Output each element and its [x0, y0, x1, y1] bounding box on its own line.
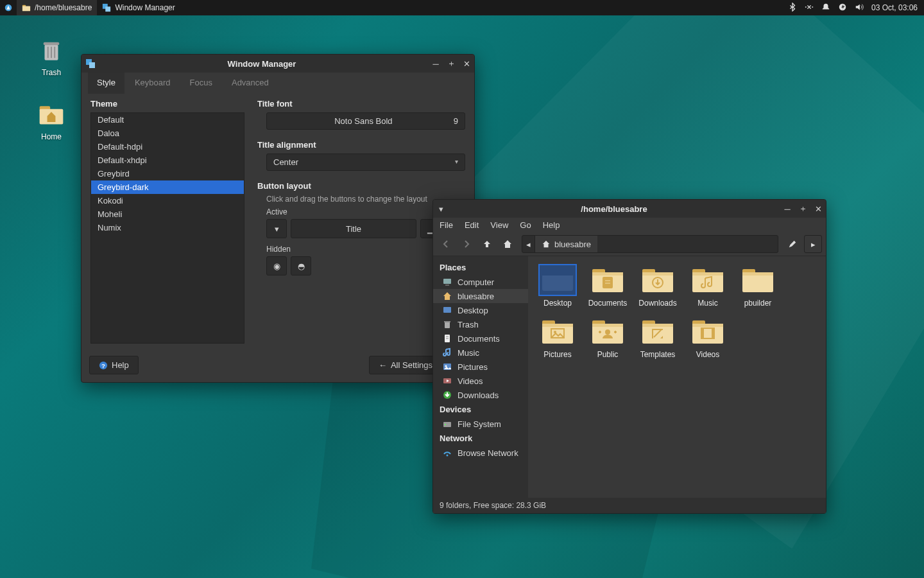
menu-file[interactable]: File — [440, 220, 453, 230]
layout-title-area[interactable]: Title — [291, 219, 416, 238]
network-icon[interactable] — [805, 3, 814, 13]
sidebar-item[interactable]: Trash — [433, 317, 528, 331]
theme-item[interactable]: Default-xhdpi — [91, 153, 244, 167]
sidebar-item[interactable]: Desktop — [433, 303, 528, 317]
theme-item[interactable]: Default — [91, 113, 244, 127]
clock[interactable]: 03 Oct, 03:06 — [871, 3, 918, 12]
forward-button[interactable] — [458, 235, 475, 253]
theme-item[interactable]: Numix — [91, 221, 244, 234]
svg-point-31 — [447, 455, 449, 457]
sidebar-item-label: Music — [458, 348, 479, 358]
titlebar[interactable]: Window Manager ─ ＋ ✕ — [81, 55, 474, 73]
file-item[interactable]: Desktop — [537, 265, 578, 308]
help-button[interactable]: ? Help — [89, 356, 139, 374]
sidebar-item[interactable]: Computer — [433, 275, 528, 289]
window-menu-button[interactable]: ▾ — [433, 201, 449, 216]
bluetooth-icon[interactable] — [788, 3, 797, 13]
taskbar-item-label: Window Manager — [115, 3, 175, 12]
minimize-button[interactable]: ─ — [428, 56, 443, 71]
file-item[interactable]: Videos — [687, 317, 728, 359]
taskbar-item-label: /home/bluesabre — [35, 3, 92, 12]
back-button[interactable] — [437, 235, 455, 253]
file-item[interactable]: Downloads — [637, 265, 678, 308]
svg-rect-18 — [445, 285, 449, 286]
path-back-icon[interactable]: ◂ — [522, 236, 535, 252]
tab-advanced[interactable]: Advanced — [223, 73, 278, 94]
desktop-icon-trash[interactable]: Trash — [26, 35, 77, 77]
theme-item[interactable]: Moheli — [91, 207, 244, 221]
layout-shade-button[interactable]: ◉ — [266, 256, 287, 276]
theme-item[interactable]: Greybird-dark — [91, 180, 244, 194]
system-tray: 03 Oct, 03:06 — [782, 3, 924, 13]
desktop-icon-label: Trash — [26, 68, 77, 77]
folder-icon — [690, 265, 726, 295]
file-label: Videos — [687, 350, 728, 359]
sidebar-item[interactable]: Documents — [433, 331, 528, 346]
menu-help[interactable]: Help — [543, 220, 560, 230]
file-item[interactable]: Music — [687, 265, 728, 308]
app-menu-button[interactable] — [0, 0, 17, 15]
theme-item[interactable]: Default-hdpi — [91, 140, 244, 153]
sidebar-item[interactable]: Browse Network — [433, 446, 528, 460]
desktop-icon-home[interactable]: Home — [26, 99, 77, 141]
file-item[interactable]: Templates — [637, 317, 678, 359]
folder-icon — [590, 317, 626, 346]
titlebar[interactable]: ▾ /home/bluesabre ─ ＋ ✕ — [433, 200, 826, 218]
menu-view[interactable]: View — [490, 220, 508, 230]
close-button[interactable]: ✕ — [459, 56, 474, 71]
file-label: Desktop — [537, 299, 578, 308]
file-manager-window: ▾ /home/bluesabre ─ ＋ ✕ File Edit View G… — [432, 199, 826, 514]
title-font-button[interactable]: Noto Sans Bold 9 — [266, 112, 465, 130]
home-button[interactable] — [499, 235, 517, 253]
file-item[interactable]: pbuilder — [737, 265, 778, 308]
file-item[interactable]: Documents — [587, 265, 628, 308]
sidebar-item[interactable]: Music — [433, 346, 528, 360]
sidebar-item[interactable]: bluesabre — [433, 289, 528, 303]
close-button[interactable]: ✕ — [810, 201, 826, 216]
edit-path-button[interactable] — [783, 235, 801, 253]
button-layout-label: Button layout — [257, 181, 465, 191]
sidebar-item-label: Computer — [458, 277, 494, 287]
sidebar-item[interactable]: Downloads — [433, 388, 528, 402]
sidebar-item-label: Trash — [458, 320, 479, 329]
svg-rect-57 — [592, 324, 623, 327]
theme-item[interactable]: Greybird — [91, 167, 244, 180]
layout-stick-button[interactable]: ◓ — [291, 256, 311, 276]
all-settings-button[interactable]: ← All Settings — [369, 356, 442, 374]
folder-icon — [540, 317, 576, 346]
theme-list[interactable]: DefaultDaloaDefault-hdpiDefault-xhdpiGre… — [90, 112, 244, 344]
taskbar-item-filemanager[interactable]: /home/bluesabre — [17, 0, 97, 15]
file-grid[interactable]: Desktop Documents Downloads Music pbuild… — [528, 256, 826, 498]
sidebar-item[interactable]: Pictures — [433, 360, 528, 374]
svg-rect-2 — [22, 6, 30, 11]
path-segment-home[interactable]: bluesabre — [535, 236, 597, 252]
svg-text:?: ? — [101, 362, 105, 369]
pathbar: ◂ bluesabre — [522, 235, 778, 253]
minimize-button[interactable]: ─ — [780, 201, 795, 216]
sidebar-item-icon — [442, 362, 452, 372]
theme-item[interactable]: Kokodi — [91, 194, 244, 207]
theme-item[interactable]: Daloa — [91, 127, 244, 140]
sidebar-item[interactable]: File System — [433, 417, 528, 431]
file-item[interactable]: Pictures — [537, 317, 578, 359]
folder-icon — [540, 265, 576, 295]
tab-focus[interactable]: Focus — [181, 73, 221, 94]
taskbar-item-wm[interactable]: Window Manager — [97, 0, 180, 15]
maximize-button[interactable]: ＋ — [795, 201, 810, 216]
title-align-dropdown[interactable]: Center — [266, 153, 465, 171]
sidebar-item-icon — [442, 347, 452, 358]
path-forward-icon[interactable]: ▸ — [804, 235, 822, 253]
notifications-icon[interactable] — [821, 3, 830, 13]
sidebar-item[interactable]: Videos — [433, 374, 528, 388]
up-button[interactable] — [478, 235, 496, 253]
power-manager-icon[interactable] — [838, 3, 847, 13]
menu-go[interactable]: Go — [520, 220, 531, 230]
menu-edit[interactable]: Edit — [465, 220, 479, 230]
tab-style[interactable]: Style — [88, 73, 124, 94]
file-label: pbuilder — [737, 299, 778, 308]
maximize-button[interactable]: ＋ — [443, 56, 459, 71]
layout-menu-button[interactable]: ▾ — [266, 219, 287, 238]
file-item[interactable]: Public — [587, 317, 628, 359]
tab-keyboard[interactable]: Keyboard — [126, 73, 180, 94]
volume-icon[interactable] — [855, 3, 864, 13]
